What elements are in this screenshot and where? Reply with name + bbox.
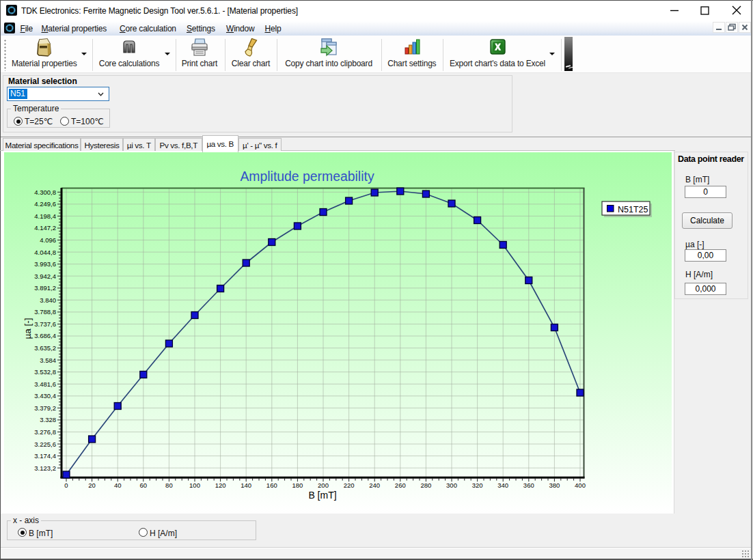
svg-text:80: 80 bbox=[165, 481, 173, 489]
svg-text:20: 20 bbox=[88, 481, 96, 489]
svg-text:3.481,6: 3.481,6 bbox=[34, 380, 56, 388]
svg-text:3.891,2: 3.891,2 bbox=[34, 284, 56, 292]
svg-text:200: 200 bbox=[318, 481, 329, 489]
svg-text:3.737,6: 3.737,6 bbox=[34, 320, 56, 328]
svg-text:40: 40 bbox=[114, 481, 122, 489]
svg-text:180: 180 bbox=[292, 481, 303, 489]
svg-text:3.635,2: 3.635,2 bbox=[34, 344, 56, 352]
svg-text:3.993,6: 3.993,6 bbox=[34, 260, 56, 268]
svg-text:300: 300 bbox=[446, 481, 457, 489]
svg-text:360: 360 bbox=[523, 481, 534, 489]
svg-text:260: 260 bbox=[395, 481, 406, 489]
svg-text:120: 120 bbox=[215, 481, 226, 489]
svg-text:Amplitude permeability: Amplitude permeability bbox=[240, 169, 374, 184]
svg-text:4.096: 4.096 bbox=[40, 236, 56, 244]
svg-text:µa [-]: µa [-] bbox=[23, 318, 33, 339]
svg-text:3.174,4: 3.174,4 bbox=[34, 452, 56, 460]
svg-text:3.328: 3.328 bbox=[40, 416, 56, 423]
svg-text:140: 140 bbox=[241, 481, 251, 489]
svg-text:N51T25: N51T25 bbox=[618, 205, 648, 214]
svg-text:3.276,8: 3.276,8 bbox=[34, 428, 56, 436]
svg-text:3.840: 3.840 bbox=[40, 296, 56, 304]
svg-text:4.044,8: 4.044,8 bbox=[34, 249, 56, 256]
svg-text:220: 220 bbox=[344, 481, 355, 489]
svg-text:4.300,8: 4.300,8 bbox=[34, 188, 56, 196]
svg-text:160: 160 bbox=[266, 481, 277, 489]
svg-text:3.788,8: 3.788,8 bbox=[34, 308, 56, 316]
svg-text:400: 400 bbox=[575, 481, 586, 489]
svg-text:320: 320 bbox=[472, 481, 483, 489]
svg-text:3.532,8: 3.532,8 bbox=[34, 368, 56, 376]
svg-text:3.123,2: 3.123,2 bbox=[34, 464, 56, 472]
svg-text:380: 380 bbox=[549, 481, 560, 489]
svg-text:3.584: 3.584 bbox=[40, 356, 56, 364]
svg-text:3.225,6: 3.225,6 bbox=[34, 440, 56, 448]
svg-text:3.430,4: 3.430,4 bbox=[34, 392, 56, 400]
svg-text:4.198,4: 4.198,4 bbox=[34, 212, 56, 220]
svg-text:100: 100 bbox=[189, 481, 200, 489]
svg-text:60: 60 bbox=[140, 481, 148, 489]
svg-text:B [mT]: B [mT] bbox=[308, 490, 336, 501]
svg-text:340: 340 bbox=[497, 481, 508, 489]
svg-text:4.147,2: 4.147,2 bbox=[34, 224, 56, 232]
svg-text:3.942,4: 3.942,4 bbox=[34, 272, 56, 280]
svg-text:240: 240 bbox=[369, 481, 380, 489]
svg-text:3.379,2: 3.379,2 bbox=[34, 404, 56, 412]
svg-text:280: 280 bbox=[420, 481, 431, 489]
svg-text:0: 0 bbox=[64, 481, 68, 489]
svg-text:3.686,4: 3.686,4 bbox=[34, 332, 56, 339]
svg-text:4.249,6: 4.249,6 bbox=[34, 200, 56, 208]
